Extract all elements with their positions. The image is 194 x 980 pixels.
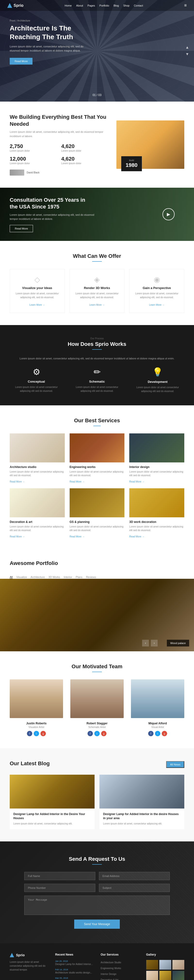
service-1-link[interactable]: Read More → [10, 480, 25, 483]
nav-blog[interactable]: Blog [114, 4, 119, 7]
consultation-content: Consultation Over 25 Years in the USA Si… [10, 197, 95, 232]
how-step-1-title: Conceptual [10, 380, 63, 383]
signature-image [10, 170, 24, 176]
hero-prev-arrow[interactable]: ▲ [185, 45, 189, 49]
gallery-item-3[interactable] [172, 960, 184, 970]
service-img-2 [70, 433, 125, 463]
blog-2-desc: Lorem ipsum dolor sit amet, consectetur … [103, 822, 181, 826]
service-6-link[interactable]: Read More → [129, 535, 144, 538]
gallery-item-4[interactable] [146, 971, 158, 980]
nav-contact[interactable]: Contact [134, 4, 143, 7]
team-2-gplus[interactable]: g [101, 731, 106, 736]
phone-input[interactable] [24, 884, 95, 892]
portfolio-tab-reviews[interactable]: Reviews [86, 576, 96, 579]
building-description: Lorem ipsum dolor sit amet, consectetur … [10, 130, 109, 138]
team-3-twitter[interactable]: t [155, 731, 160, 736]
how-step-3-title: Development [131, 380, 184, 383]
portfolio-tab-all[interactable]: All [10, 576, 13, 579]
team-3-facebook[interactable]: f [148, 731, 154, 736]
portfolio-tab-3d[interactable]: 3D Works [48, 576, 60, 579]
footer-service-1[interactable]: Architecture Studio [101, 961, 121, 964]
service-6-title: 3D work decoration [129, 520, 184, 523]
footer-service-4[interactable]: Decoration & Art [101, 978, 118, 980]
team-divider [92, 671, 102, 672]
request-background [97, 842, 194, 943]
portfolio-title: Awesome Portfolio [10, 560, 184, 566]
blog-2-title[interactable]: Designer Lamp for Added Interior in the … [103, 812, 181, 820]
gallery-item-5[interactable] [159, 971, 171, 980]
how-step-1: ⚙ Conceptual Lorem ipsum dolor sit amet … [10, 367, 63, 393]
portfolio-next-button[interactable]: › [151, 640, 158, 646]
blog-1-title[interactable]: Designer Lamp for Added Interior in the … [13, 812, 91, 820]
blog-more-button[interactable]: All News [166, 761, 184, 768]
footer-news-1-title[interactable]: Designer Lamp for Added Interior... [55, 963, 94, 966]
nav-logo[interactable]: Sprio [7, 3, 24, 8]
name-input[interactable] [24, 872, 95, 880]
portfolio-tab-visualize[interactable]: Visualize [16, 576, 27, 579]
service-2-link[interactable]: Read More → [70, 480, 85, 483]
service-6-desc: Lorem ipsum dolor sit amet consectetur a… [129, 525, 184, 532]
service-5-link[interactable]: Read More → [70, 535, 85, 538]
team-2-name: Robert Stagger [71, 722, 123, 725]
offer-card-1-title: Visualize your Ideas [15, 286, 60, 290]
gallery-item-6[interactable] [172, 971, 184, 980]
build-year: 1980 [126, 162, 138, 168]
logo-text: Sprio [14, 3, 24, 8]
stat-4-number: 4,620 [61, 156, 109, 162]
offer-title: What Can We Offer [10, 253, 184, 259]
hero-cta-button[interactable]: Read More [10, 58, 32, 65]
portfolio-prev-button[interactable]: ‹ [142, 640, 149, 646]
nav-shop[interactable]: Shop [123, 4, 130, 7]
hero-content: Front / Architecture Architecture Is The… [0, 0, 97, 74]
nav-about[interactable]: About [76, 4, 83, 7]
portfolio-tab-architecture[interactable]: Architecture [30, 576, 45, 579]
gallery-item-1[interactable] [146, 960, 158, 970]
hero-next-arrow[interactable]: ▼ [185, 52, 189, 56]
footer-news-2-date: Feb 14, 2018 [55, 968, 94, 971]
building-image-container: Build 1980 [116, 121, 184, 169]
service-card-2: Engineering works Lorem ipsum dolor sit … [70, 433, 125, 484]
consultation-section: Consultation Over 25 Years in the USA Si… [0, 188, 194, 241]
play-button[interactable]: ▶ [162, 208, 175, 220]
build-label: Build [126, 159, 138, 162]
service-4-link[interactable]: Read More → [10, 535, 25, 538]
team-card-1: Justin Roberts Visualize Artist f t g [10, 679, 63, 736]
team-2-facebook[interactable]: f [88, 731, 93, 736]
footer-news-2-title[interactable]: Architecture studio works design... [55, 971, 94, 974]
portfolio-tab-interior[interactable]: Interior [64, 576, 72, 579]
team-1-facebook[interactable]: f [27, 731, 32, 736]
nav-home[interactable]: Home [65, 4, 72, 7]
portfolio-header: Awesome Portfolio [0, 560, 194, 573]
stat-4: 4,620 Lorem ipsum dolor [61, 156, 109, 165]
service-img-5 [70, 488, 125, 517]
footer-news-2: Feb 14, 2018 Architecture studio works d… [55, 968, 94, 974]
team-3-gplus[interactable]: g [162, 731, 167, 736]
build-badge: Build 1980 [121, 156, 142, 171]
menu-icon[interactable]: ≡ [184, 3, 187, 8]
nav-pages[interactable]: Pages [88, 4, 95, 7]
consultation-button[interactable]: Read More [10, 225, 33, 232]
service-img-1 [10, 433, 65, 463]
offer-divider [92, 261, 102, 262]
offer-card-1-link[interactable]: Learn More → [29, 304, 45, 306]
gallery-item-2[interactable] [159, 960, 171, 970]
service-3-link[interactable]: Read More → [129, 480, 144, 483]
team-2-twitter[interactable]: t [95, 731, 99, 736]
portfolio-tab-plans[interactable]: Plans [76, 576, 82, 579]
service-img-4 [10, 488, 65, 517]
team-3-role: Visual Artist [131, 726, 184, 729]
footer-service-2[interactable]: Engineering Works [101, 967, 121, 970]
service-5-desc: Lorem ipsum dolor sit amet consectetur a… [70, 525, 125, 532]
breadcrumb: Front / Architecture [10, 19, 87, 22]
team-1-twitter[interactable]: t [34, 731, 39, 736]
services-grid: Architecture studio Lorem ipsum dolor si… [10, 433, 184, 538]
service-5-title: GS & planning [70, 520, 125, 523]
team-1-gplus[interactable]: g [40, 731, 46, 736]
footer-news: Recent News Jan 20, 2018 Designer Lamp f… [55, 953, 94, 980]
nav-portfolio[interactable]: Portfolio [99, 4, 109, 7]
footer-service-3[interactable]: Interior Design [101, 973, 116, 975]
offer-card-1-desc: Lorem ipsum dolor sit amet, consectetur … [15, 292, 60, 299]
offer-card-2-link[interactable]: Learn More → [89, 304, 105, 306]
offer-card-3-link[interactable]: Learn More → [149, 304, 165, 306]
team-1-socials: f t g [10, 731, 63, 736]
